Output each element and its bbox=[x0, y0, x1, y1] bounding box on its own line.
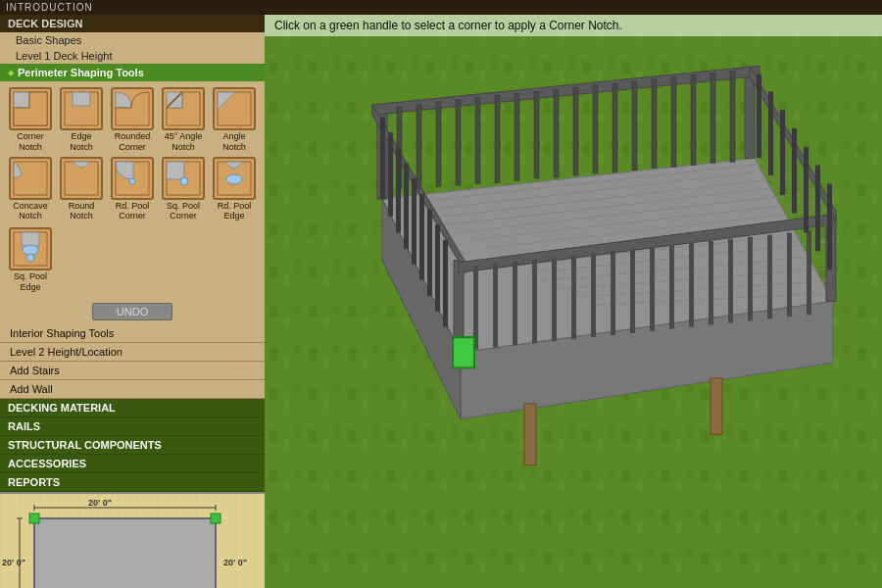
main-area: DECK DESIGN Basic Shapes Level 1 Deck He… bbox=[0, 15, 882, 588]
tool-round-notch[interactable]: RoundNotch bbox=[58, 157, 105, 222]
svg-rect-71 bbox=[514, 93, 519, 180]
rd-pool-corner-icon[interactable] bbox=[111, 157, 154, 200]
rails-item[interactable]: RAILS bbox=[0, 417, 265, 436]
tool-concave-notch[interactable]: ConcaveNotch bbox=[7, 157, 54, 222]
decking-material-item[interactable]: DECKING MATERIAL bbox=[0, 399, 265, 417]
svg-point-16 bbox=[226, 174, 242, 184]
sidebar-header: DECK DESIGN bbox=[0, 15, 265, 32]
svg-rect-89 bbox=[591, 253, 596, 337]
svg-rect-103 bbox=[396, 148, 401, 233]
add-stairs-item[interactable]: Add Stairs bbox=[0, 362, 265, 380]
mini-map-right-dim: 20' 0" bbox=[223, 558, 247, 567]
sq-pool-corner-label: Sq. PoolCorner bbox=[167, 201, 200, 222]
angle-notch-icon[interactable] bbox=[213, 87, 256, 130]
svg-rect-117 bbox=[524, 404, 536, 466]
svg-rect-86 bbox=[532, 260, 537, 344]
reports-item[interactable]: REPORTS bbox=[0, 473, 265, 492]
svg-rect-106 bbox=[419, 194, 424, 280]
deck-3d-scene bbox=[265, 15, 882, 588]
sq-pool-edge-icon[interactable] bbox=[9, 227, 52, 270]
tool-rd-pool-edge[interactable]: Rd. PoolEdge bbox=[211, 157, 258, 222]
angle-notch-45-label: 45° AngleNotch bbox=[165, 131, 203, 153]
svg-rect-100 bbox=[807, 230, 811, 315]
perimeter-shaping-title: Perimeter Shaping Tools bbox=[0, 64, 265, 81]
svg-rect-102 bbox=[388, 132, 393, 217]
sq-pool-corner-icon[interactable] bbox=[162, 157, 205, 200]
sidebar-basic-shapes[interactable]: Basic Shapes bbox=[0, 32, 265, 48]
undo-area: UNDO bbox=[0, 299, 265, 324]
interior-shaping-item[interactable]: Interior Shaping Tools bbox=[0, 324, 265, 343]
svg-rect-104 bbox=[404, 163, 409, 249]
svg-rect-114 bbox=[804, 147, 808, 233]
mini-map-inner: 20' 0" 20' 0" 20' 0" bbox=[0, 494, 265, 588]
svg-rect-13 bbox=[167, 162, 184, 179]
svg-rect-80 bbox=[691, 75, 696, 166]
svg-rect-66 bbox=[416, 105, 421, 189]
accessories-item[interactable]: ACCESSORIES bbox=[0, 455, 265, 473]
svg-rect-75 bbox=[593, 85, 598, 173]
svg-marker-1 bbox=[14, 92, 29, 108]
tool-angle-notch[interactable]: AngleNotch bbox=[211, 87, 258, 153]
tool-grid: CornerNotch EdgeNotch bbox=[0, 81, 265, 227]
svg-rect-105 bbox=[412, 178, 416, 265]
svg-rect-95 bbox=[709, 241, 713, 325]
top-bar-label: INTRODUCTION bbox=[6, 2, 93, 13]
sidebar: DECK DESIGN Basic Shapes Level 1 Deck He… bbox=[0, 15, 265, 588]
svg-rect-58 bbox=[745, 71, 755, 158]
svg-rect-88 bbox=[571, 255, 576, 339]
svg-rect-118 bbox=[710, 378, 722, 434]
rounded-corner-icon[interactable] bbox=[111, 87, 154, 130]
svg-rect-24 bbox=[29, 514, 39, 523]
svg-rect-96 bbox=[728, 239, 733, 323]
app-container: INTRODUCTION DECK DESIGN Basic Shapes Le… bbox=[0, 0, 882, 588]
structural-components-item[interactable]: STRUCTURAL COMPONENTS bbox=[0, 436, 265, 455]
edge-notch-icon[interactable] bbox=[60, 87, 103, 130]
svg-rect-69 bbox=[475, 98, 480, 184]
rd-pool-edge-icon[interactable] bbox=[213, 157, 256, 200]
round-notch-label: RoundNotch bbox=[69, 201, 95, 222]
angle-notch-45-icon[interactable] bbox=[162, 87, 205, 130]
tool-edge-notch[interactable]: EdgeNotch bbox=[58, 87, 105, 153]
concave-notch-icon[interactable] bbox=[9, 157, 52, 200]
tool-corner-notch[interactable]: CornerNotch bbox=[7, 87, 54, 153]
svg-rect-79 bbox=[671, 77, 676, 168]
svg-rect-81 bbox=[710, 74, 715, 164]
svg-rect-74 bbox=[573, 87, 578, 175]
svg-rect-109 bbox=[443, 240, 448, 327]
round-notch-icon[interactable] bbox=[60, 157, 103, 200]
svg-rect-92 bbox=[650, 247, 655, 331]
svg-rect-90 bbox=[611, 251, 615, 335]
tool-sq-pool-edge[interactable]: Sq. PoolEdge bbox=[7, 227, 54, 293]
svg-rect-78 bbox=[652, 79, 657, 169]
svg-rect-84 bbox=[493, 264, 498, 348]
svg-rect-4 bbox=[73, 92, 90, 106]
svg-rect-67 bbox=[436, 102, 441, 187]
mini-map-top-dim: 20' 0" bbox=[88, 498, 112, 508]
svg-rect-73 bbox=[554, 89, 559, 177]
edge-notch-label: EdgeNotch bbox=[70, 131, 93, 153]
tool-sq-pool-corner[interactable]: Sq. PoolCorner bbox=[160, 157, 207, 222]
sq-pool-edge-label: Sq. PoolEdge bbox=[14, 271, 47, 293]
svg-rect-25 bbox=[211, 514, 220, 523]
tool-rounded-corner[interactable]: RoundedCorner bbox=[109, 87, 156, 153]
sidebar-level1-height[interactable]: Level 1 Deck Height bbox=[0, 48, 265, 64]
svg-rect-77 bbox=[632, 81, 637, 171]
svg-rect-107 bbox=[427, 209, 432, 296]
add-wall-item[interactable]: Add Wall bbox=[0, 380, 265, 399]
undo-button[interactable]: UNDO bbox=[92, 303, 172, 320]
view-3d: Click on a green handle to select a corn… bbox=[265, 15, 882, 588]
svg-point-20 bbox=[26, 254, 34, 262]
svg-rect-101 bbox=[380, 117, 385, 199]
svg-rect-68 bbox=[456, 100, 461, 186]
tool-45-notch[interactable]: 45° AngleNotch bbox=[160, 87, 207, 153]
svg-rect-76 bbox=[612, 83, 617, 172]
corner-notch-icon[interactable] bbox=[9, 87, 52, 130]
level2-height-item[interactable]: Level 2 Height/Location bbox=[0, 343, 265, 362]
svg-rect-94 bbox=[689, 243, 694, 327]
svg-rect-93 bbox=[669, 245, 674, 329]
svg-rect-18 bbox=[22, 232, 39, 246]
rounded-corner-label: RoundedCorner bbox=[115, 131, 151, 153]
svg-rect-108 bbox=[435, 224, 440, 312]
tool-rd-pool-corner[interactable]: Rd. PoolCorner bbox=[109, 157, 156, 222]
svg-rect-23 bbox=[34, 518, 216, 588]
